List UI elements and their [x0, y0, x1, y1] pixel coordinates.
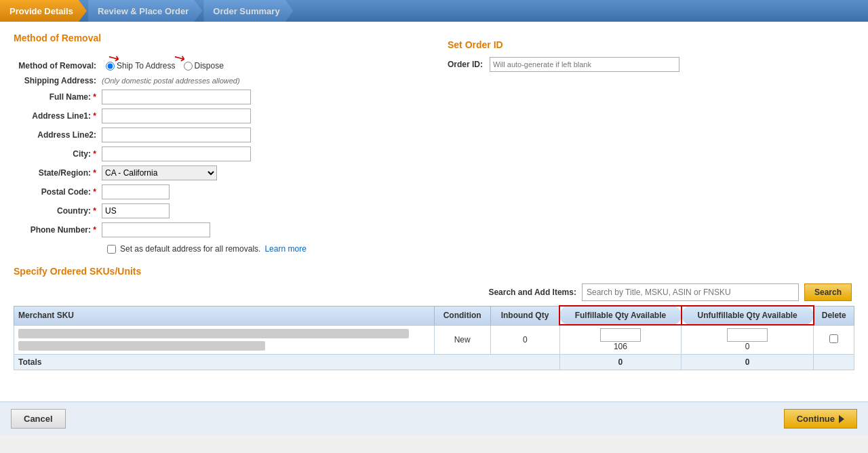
search-bar: Search and Add Items: Search	[14, 283, 854, 301]
state-region-select[interactable]: CA - California NY - New York TX - Texas	[102, 165, 217, 180]
learn-more-link[interactable]: Learn more	[264, 244, 306, 254]
main-content: Method of Removal ↖ ↖ Method of Removal:…	[0, 22, 868, 401]
state-region-row: State/Region: * CA - California NY - New…	[14, 165, 420, 180]
items-table: Merchant SKU Condition Inbound Qty Fulfi…	[14, 305, 854, 370]
order-id-input[interactable]	[490, 57, 679, 72]
totals-delete-spacer	[814, 355, 854, 370]
city-input[interactable]	[102, 146, 251, 161]
merchant-sku-cell	[14, 325, 435, 355]
method-of-removal-title: Method of Removal	[14, 33, 420, 43]
th-fulfillable-qty: Fulfillable Qty Available	[559, 306, 682, 325]
method-label: Method of Removal:	[14, 61, 102, 71]
th-condition: Condition	[434, 306, 490, 325]
unfulfillable-total: 0	[682, 355, 814, 370]
shipping-address-label: Shipping Address:	[14, 76, 102, 85]
radio-dispose[interactable]: Dispose	[184, 61, 224, 71]
set-order-id-title: Set Order ID	[448, 39, 854, 50]
unfulfillable-qty-input[interactable]: 0	[727, 328, 768, 342]
fulfillable-qty-cell: 106	[559, 325, 682, 355]
totals-row: Totals 0 0	[14, 355, 854, 370]
default-address-checkbox[interactable]	[107, 245, 116, 254]
continue-arrow-icon	[839, 415, 844, 423]
phone-number-label: Phone Number: *	[14, 225, 102, 235]
nav-step-review[interactable]: Review & Place Order	[88, 0, 202, 22]
order-id-section: Set Order ID Order ID:	[448, 33, 854, 72]
full-name-input[interactable]	[102, 90, 251, 104]
search-button[interactable]: Search	[804, 283, 852, 301]
totals-label: Totals	[14, 355, 560, 370]
bottom-bar: Cancel Continue	[0, 401, 868, 435]
sku-blurred-line2	[18, 341, 265, 351]
search-input[interactable]	[582, 283, 799, 301]
state-region-label: State/Region: *	[14, 168, 102, 178]
inbound-qty-cell: 0	[490, 325, 559, 355]
full-name-label: Full Name: *	[14, 92, 102, 102]
search-label: Search and Add Items:	[488, 288, 576, 297]
phone-number-input[interactable]	[102, 222, 210, 237]
delete-checkbox[interactable]	[829, 334, 838, 343]
fulfillable-qty-input[interactable]	[600, 328, 641, 342]
continue-button[interactable]: Continue	[784, 409, 857, 429]
default-address-row: Set as default address for all removals.…	[107, 244, 420, 254]
condition-cell: New	[434, 325, 490, 355]
country-label: Country: *	[14, 206, 102, 216]
city-label: City: *	[14, 149, 102, 159]
th-merchant-sku: Merchant SKU	[14, 306, 435, 325]
default-address-label: Set as default address for all removals.	[120, 244, 260, 254]
postal-code-label: Postal Code: *	[14, 187, 102, 197]
order-id-row: Order ID:	[448, 57, 854, 72]
sku-blurred-line1	[18, 329, 409, 338]
full-name-value	[102, 90, 420, 104]
country-row: Country: *	[14, 203, 420, 218]
fulfillable-total: 0	[559, 355, 682, 370]
address-line2-input[interactable]	[102, 127, 251, 142]
wizard-nav: Provide Details Review & Place Order Ord…	[0, 0, 868, 22]
postal-code-input[interactable]	[102, 184, 170, 199]
address-line2-label: Address Line2:	[14, 130, 102, 140]
table-row: New 0 106 0 0	[14, 325, 854, 355]
specify-section: Specify Ordered SKUs/Units Search and Ad…	[14, 266, 854, 370]
left-column: Method of Removal ↖ ↖ Method of Removal:…	[14, 33, 420, 254]
th-delete: Delete	[814, 306, 854, 325]
shipping-address-row: Shipping Address: (Only domestic postal …	[14, 76, 420, 85]
address-line2-row: Address Line2:	[14, 127, 420, 142]
address-line1-input[interactable]	[102, 109, 251, 123]
specify-title: Specify Ordered SKUs/Units	[14, 266, 854, 277]
nav-step-provide-details[interactable]: Provide Details	[0, 0, 87, 22]
shipping-note: (Only domestic postal addresses allowed)	[102, 76, 420, 85]
nav-step-order-summary[interactable]: Order Summary	[203, 0, 293, 22]
country-input[interactable]	[102, 203, 170, 218]
order-id-label: Order ID:	[448, 60, 483, 69]
full-name-row: Full Name: *	[14, 90, 420, 104]
postal-code-row: Postal Code: *	[14, 184, 420, 199]
cancel-button[interactable]: Cancel	[11, 409, 66, 429]
th-unfulfillable-qty: Unfulfillable Qty Available	[682, 306, 814, 325]
radio-group: Ship To Address Dispose	[106, 61, 224, 71]
phone-number-row: Phone Number: *	[14, 222, 420, 237]
address-line1-row: Address Line1: *	[14, 109, 420, 123]
right-column: Set Order ID Order ID:	[448, 33, 854, 254]
unfulfillable-qty-cell: 0 0	[682, 325, 814, 355]
delete-cell	[814, 325, 854, 355]
address-line1-label: Address Line1: *	[14, 111, 102, 121]
th-inbound-qty: Inbound Qty	[490, 306, 559, 325]
method-row: Method of Removal: Ship To Address Dispo…	[14, 61, 420, 71]
city-row: City: *	[14, 146, 420, 161]
